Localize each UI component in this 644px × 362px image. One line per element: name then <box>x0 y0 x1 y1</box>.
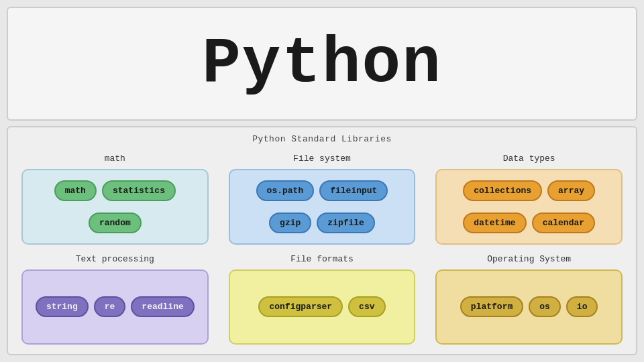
page-wrapper: Python Python Standard Libraries mathmat… <box>0 0 644 362</box>
chip-math: math <box>54 180 97 201</box>
chip-re: re <box>94 296 126 317</box>
category-box-math: mathstatisticsrandom <box>21 169 209 245</box>
chip-calendar: calendar <box>532 213 595 233</box>
chip-zipfile: zipfile <box>317 213 375 233</box>
page-title: Python <box>202 27 442 101</box>
category-fileformats: File formatsconfigparsercsv <box>229 254 416 345</box>
chip-array: array <box>547 180 595 201</box>
category-filesystem: File systemos.pathfileinputgzipzipfile <box>229 154 416 245</box>
category-label-filesystem: File system <box>293 154 351 164</box>
chip-statistics: statistics <box>102 180 176 201</box>
chip-io: io <box>566 296 598 317</box>
chip-random: random <box>89 213 142 233</box>
category-box-fileformats: configparsercsv <box>229 269 416 345</box>
chip-csv: csv <box>348 296 385 317</box>
chip-collections: collections <box>463 180 542 201</box>
chip-configparser: configparser <box>258 296 343 317</box>
title-panel: Python <box>7 7 637 121</box>
category-math: mathmathstatisticsrandom <box>21 154 209 245</box>
chip-readline: readline <box>131 296 194 317</box>
chip-platform: platform <box>460 296 523 317</box>
chip-os: os <box>529 296 561 317</box>
category-box-filesystem: os.pathfileinputgzipzipfile <box>229 169 416 245</box>
category-label-math: math <box>105 154 125 164</box>
category-os: Operating Systemplatformosio <box>435 254 623 345</box>
category-label-datatypes: Data types <box>503 154 555 164</box>
category-label-fileformats: File formats <box>290 254 354 264</box>
category-label-textprocessing: Text processing <box>76 254 154 264</box>
chip-os-path: os.path <box>256 180 315 201</box>
category-textprocessing: Text processingstringrereadline <box>21 254 209 345</box>
chip-datetime: datetime <box>463 213 526 233</box>
panel-title: Python Standard Libraries <box>21 134 623 144</box>
libraries-panel: Python Standard Libraries mathmathstatis… <box>7 126 637 355</box>
chip-string: string <box>36 296 89 317</box>
category-box-os: platformosio <box>435 269 623 345</box>
category-datatypes: Data typescollectionsarraydatetimecalend… <box>435 154 623 245</box>
chip-fileinput: fileinput <box>319 180 388 201</box>
categories-grid: mathmathstatisticsrandomFile systemos.pa… <box>21 154 623 345</box>
category-label-os: Operating System <box>487 254 571 264</box>
category-box-datatypes: collectionsarraydatetimecalendar <box>435 169 623 245</box>
category-box-textprocessing: stringrereadline <box>21 269 209 345</box>
chip-gzip: gzip <box>269 213 311 233</box>
